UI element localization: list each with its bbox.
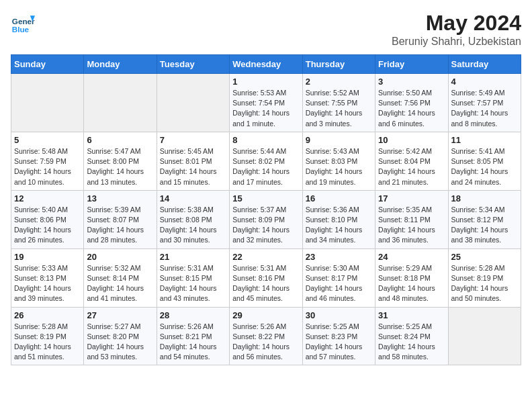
day-number: 21 [160, 252, 226, 262]
calendar-cell: 27Sunrise: 5:27 AM Sunset: 8:20 PM Dayli… [84, 307, 157, 365]
calendar-cell: 30Sunrise: 5:25 AM Sunset: 8:23 PM Dayli… [302, 307, 375, 365]
calendar-cell: 16Sunrise: 5:36 AM Sunset: 8:10 PM Dayli… [302, 190, 375, 248]
calendar-body: 1Sunrise: 5:53 AM Sunset: 7:54 PM Daylig… [11, 74, 521, 365]
day-number: 19 [14, 252, 81, 262]
calendar-cell: 21Sunrise: 5:31 AM Sunset: 8:15 PM Dayli… [157, 248, 229, 307]
day-info: Sunrise: 5:48 AM Sunset: 7:59 PM Dayligh… [14, 146, 81, 187]
week-row-2: 5Sunrise: 5:48 AM Sunset: 7:59 PM Daylig… [11, 132, 521, 190]
day-info: Sunrise: 5:38 AM Sunset: 8:08 PM Dayligh… [160, 205, 226, 246]
calendar-cell: 6Sunrise: 5:47 AM Sunset: 8:00 PM Daylig… [84, 132, 157, 190]
calendar-cell: 14Sunrise: 5:38 AM Sunset: 8:08 PM Dayli… [157, 190, 229, 248]
day-info: Sunrise: 5:30 AM Sunset: 8:17 PM Dayligh… [306, 263, 372, 304]
calendar-title: May 2024 [392, 11, 521, 36]
day-number: 12 [14, 193, 81, 203]
day-number: 14 [160, 193, 226, 203]
day-number: 26 [14, 310, 81, 320]
calendar-cell: 13Sunrise: 5:39 AM Sunset: 8:07 PM Dayli… [84, 190, 157, 248]
day-info: Sunrise: 5:28 AM Sunset: 8:19 PM Dayligh… [14, 322, 81, 363]
calendar-table: SundayMondayTuesdayWednesdayThursdayFrid… [11, 54, 521, 365]
svg-text:Blue: Blue [12, 25, 30, 34]
day-info: Sunrise: 5:34 AM Sunset: 8:12 PM Dayligh… [451, 205, 518, 246]
calendar-cell: 17Sunrise: 5:35 AM Sunset: 8:11 PM Dayli… [375, 190, 448, 248]
day-info: Sunrise: 5:42 AM Sunset: 8:04 PM Dayligh… [378, 146, 445, 187]
day-info: Sunrise: 5:27 AM Sunset: 8:20 PM Dayligh… [87, 322, 153, 363]
day-info: Sunrise: 5:44 AM Sunset: 8:02 PM Dayligh… [232, 146, 299, 187]
calendar-cell: 26Sunrise: 5:28 AM Sunset: 8:19 PM Dayli… [11, 307, 84, 365]
calendar-cell: 25Sunrise: 5:28 AM Sunset: 8:19 PM Dayli… [448, 248, 521, 307]
day-info: Sunrise: 5:47 AM Sunset: 8:00 PM Dayligh… [87, 146, 153, 187]
day-info: Sunrise: 5:53 AM Sunset: 7:54 PM Dayligh… [232, 88, 299, 129]
day-number: 11 [451, 135, 518, 145]
day-number: 30 [306, 310, 372, 320]
day-info: Sunrise: 5:43 AM Sunset: 8:03 PM Dayligh… [306, 146, 372, 187]
day-info: Sunrise: 5:31 AM Sunset: 8:15 PM Dayligh… [160, 263, 226, 304]
day-number: 6 [87, 135, 153, 145]
header-cell-thursday: Thursday [302, 55, 375, 74]
calendar-cell: 3Sunrise: 5:50 AM Sunset: 7:56 PM Daylig… [375, 74, 448, 132]
calendar-cell: 29Sunrise: 5:26 AM Sunset: 8:22 PM Dayli… [230, 307, 302, 365]
calendar-cell: 9Sunrise: 5:43 AM Sunset: 8:03 PM Daylig… [302, 132, 375, 190]
header-cell-tuesday: Tuesday [157, 55, 229, 74]
day-number: 1 [232, 77, 299, 87]
day-number: 25 [451, 252, 518, 262]
day-number: 28 [160, 310, 226, 320]
day-info: Sunrise: 5:45 AM Sunset: 8:01 PM Dayligh… [160, 146, 226, 187]
page: General Blue May 2024 Beruniy Shahri, Uz… [0, 0, 532, 376]
calendar-cell: 10Sunrise: 5:42 AM Sunset: 8:04 PM Dayli… [375, 132, 448, 190]
header: General Blue May 2024 Beruniy Shahri, Uz… [11, 11, 521, 48]
week-row-3: 12Sunrise: 5:40 AM Sunset: 8:06 PM Dayli… [11, 190, 521, 248]
day-info: Sunrise: 5:28 AM Sunset: 8:19 PM Dayligh… [451, 263, 518, 304]
logo: General Blue [11, 11, 36, 35]
calendar-cell [448, 307, 521, 365]
day-number: 13 [87, 193, 153, 203]
day-info: Sunrise: 5:37 AM Sunset: 8:09 PM Dayligh… [232, 205, 299, 246]
day-number: 18 [451, 193, 518, 203]
day-number: 23 [306, 252, 372, 262]
calendar-cell: 20Sunrise: 5:32 AM Sunset: 8:14 PM Dayli… [84, 248, 157, 307]
day-number: 27 [87, 310, 153, 320]
day-info: Sunrise: 5:33 AM Sunset: 8:13 PM Dayligh… [14, 263, 81, 304]
day-info: Sunrise: 5:25 AM Sunset: 8:23 PM Dayligh… [306, 322, 372, 363]
day-info: Sunrise: 5:26 AM Sunset: 8:21 PM Dayligh… [160, 322, 226, 363]
day-number: 4 [451, 77, 518, 87]
day-number: 24 [378, 252, 445, 262]
day-number: 15 [232, 193, 299, 203]
day-number: 10 [378, 135, 445, 145]
day-info: Sunrise: 5:52 AM Sunset: 7:55 PM Dayligh… [306, 88, 372, 129]
calendar-cell: 31Sunrise: 5:25 AM Sunset: 8:24 PM Dayli… [375, 307, 448, 365]
calendar-cell: 1Sunrise: 5:53 AM Sunset: 7:54 PM Daylig… [230, 74, 302, 132]
header-cell-friday: Friday [375, 55, 448, 74]
day-info: Sunrise: 5:29 AM Sunset: 8:18 PM Dayligh… [378, 263, 445, 304]
header-cell-saturday: Saturday [448, 55, 521, 74]
day-info: Sunrise: 5:41 AM Sunset: 8:05 PM Dayligh… [451, 146, 518, 187]
day-info: Sunrise: 5:32 AM Sunset: 8:14 PM Dayligh… [87, 263, 153, 304]
header-cell-sunday: Sunday [11, 55, 84, 74]
day-info: Sunrise: 5:36 AM Sunset: 8:10 PM Dayligh… [306, 205, 372, 246]
day-info: Sunrise: 5:40 AM Sunset: 8:06 PM Dayligh… [14, 205, 81, 246]
week-row-5: 26Sunrise: 5:28 AM Sunset: 8:19 PM Dayli… [11, 307, 521, 365]
calendar-cell [84, 74, 157, 132]
day-info: Sunrise: 5:26 AM Sunset: 8:22 PM Dayligh… [232, 322, 299, 363]
week-row-4: 19Sunrise: 5:33 AM Sunset: 8:13 PM Dayli… [11, 248, 521, 307]
day-number: 16 [306, 193, 372, 203]
day-number: 5 [14, 135, 81, 145]
day-number: 9 [306, 135, 372, 145]
calendar-cell: 5Sunrise: 5:48 AM Sunset: 7:59 PM Daylig… [11, 132, 84, 190]
calendar-cell: 19Sunrise: 5:33 AM Sunset: 8:13 PM Dayli… [11, 248, 84, 307]
calendar-cell: 4Sunrise: 5:49 AM Sunset: 7:57 PM Daylig… [448, 74, 521, 132]
calendar-cell: 18Sunrise: 5:34 AM Sunset: 8:12 PM Dayli… [448, 190, 521, 248]
calendar-cell: 15Sunrise: 5:37 AM Sunset: 8:09 PM Dayli… [230, 190, 302, 248]
calendar-cell: 7Sunrise: 5:45 AM Sunset: 8:01 PM Daylig… [157, 132, 229, 190]
calendar-cell: 22Sunrise: 5:31 AM Sunset: 8:16 PM Dayli… [230, 248, 302, 307]
day-info: Sunrise: 5:31 AM Sunset: 8:16 PM Dayligh… [232, 263, 299, 304]
day-info: Sunrise: 5:50 AM Sunset: 7:56 PM Dayligh… [378, 88, 445, 129]
day-number: 2 [306, 77, 372, 87]
day-info: Sunrise: 5:25 AM Sunset: 8:24 PM Dayligh… [378, 322, 445, 363]
day-number: 17 [378, 193, 445, 203]
day-info: Sunrise: 5:39 AM Sunset: 8:07 PM Dayligh… [87, 205, 153, 246]
logo-icon: General Blue [11, 11, 35, 35]
day-number: 31 [378, 310, 445, 320]
day-number: 22 [232, 252, 299, 262]
calendar-cell: 24Sunrise: 5:29 AM Sunset: 8:18 PM Dayli… [375, 248, 448, 307]
calendar-cell [157, 74, 229, 132]
